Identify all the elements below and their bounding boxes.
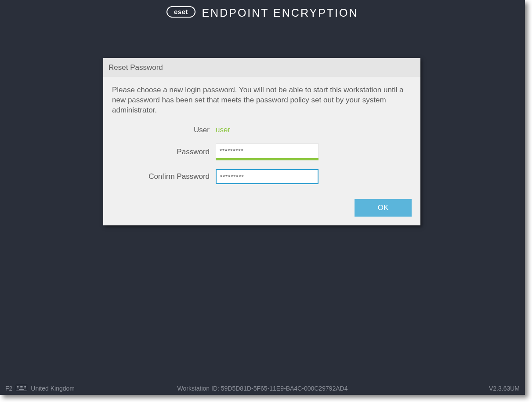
password-row: Password — [112, 143, 412, 160]
user-row: User user — [112, 126, 412, 134]
preboot-screen: eset ENDPOINT ENCRYPTION Reset Password … — [0, 0, 525, 395]
svg-rect-11 — [18, 388, 19, 388]
svg-rect-9 — [25, 386, 26, 387]
brand-header: eset ENDPOINT ENCRYPTION — [0, 6, 525, 19]
svg-rect-6 — [21, 386, 22, 387]
svg-rect-10 — [17, 388, 18, 388]
ok-button[interactable]: OK — [355, 199, 412, 217]
svg-rect-13 — [21, 388, 22, 388]
svg-rect-15 — [24, 388, 25, 388]
confirm-row: Confirm Password — [112, 169, 412, 184]
user-value: user — [216, 126, 230, 134]
key-hint: F2 — [5, 385, 12, 392]
confirm-label: Confirm Password — [112, 172, 210, 181]
panel-title: Reset Password — [103, 58, 420, 77]
footer-bar: F2 — [0, 382, 525, 395]
user-label: User — [112, 126, 210, 134]
workstation-id: Workstation ID: 59D5D81D-5F65-11E9-BA4C-… — [0, 385, 525, 392]
svg-rect-7 — [22, 386, 23, 387]
svg-rect-12 — [20, 388, 21, 388]
password-input[interactable] — [216, 143, 318, 158]
keyboard-layout-name: United Kingdom — [31, 385, 75, 392]
instructions-text: Please choose a new login password. You … — [112, 85, 412, 115]
product-name: ENDPOINT ENCRYPTION — [202, 7, 358, 19]
svg-rect-3 — [17, 386, 18, 387]
password-strength-bar — [216, 158, 318, 160]
svg-rect-5 — [20, 386, 21, 387]
confirm-password-input[interactable] — [216, 169, 318, 184]
eset-logo-icon: eset — [166, 6, 195, 19]
reset-password-panel: Reset Password Please choose a new login… — [103, 58, 420, 225]
svg-rect-4 — [18, 386, 19, 387]
svg-text:eset: eset — [174, 8, 188, 15]
svg-rect-14 — [22, 388, 23, 388]
keyboard-layout-switch[interactable]: F2 — [0, 385, 75, 392]
svg-rect-17 — [19, 389, 24, 390]
svg-rect-8 — [24, 386, 25, 387]
svg-rect-16 — [25, 388, 26, 388]
version-label: V2.3.63UM — [489, 385, 525, 392]
password-label: Password — [112, 148, 210, 156]
keyboard-icon — [16, 385, 27, 392]
